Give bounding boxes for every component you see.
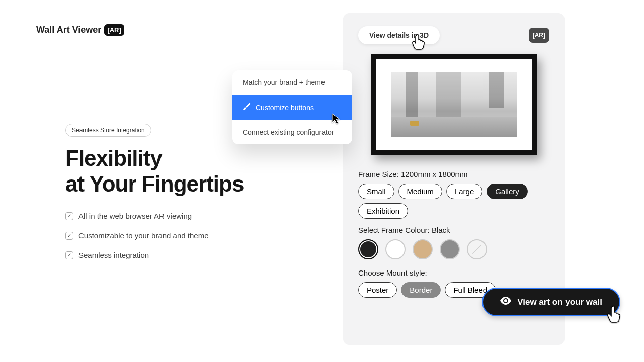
mount-pill-poster[interactable]: Poster [358,282,397,298]
left-content: Seamless Store Integration Flexibility a… [65,124,327,270]
hero-line2: at Your Fingertips [65,171,244,196]
framed-artwork [371,54,537,155]
card-top-row: View details in 3D [AR] [358,26,549,44]
check-icon: ✓ [65,232,73,240]
dropdown-label: Customize buttons [256,104,314,112]
swatch-white[interactable] [385,239,406,259]
size-pill-exhibition[interactable]: Exhibition [358,203,408,219]
brush-icon [243,103,251,112]
frame-colour-row [358,239,549,259]
mount-pill-border[interactable]: Border [401,282,441,298]
feature-item: ✓Seamless integration [65,251,327,259]
swatch-grey[interactable] [440,239,460,259]
size-pill-gallery[interactable]: Gallery [487,184,528,199]
logo-text: Wall Art Viewer [36,25,101,35]
hero-line1: Flexibility [65,146,162,170]
view-on-wall-button[interactable]: View art on your wall [482,288,620,316]
eye-icon [500,297,511,307]
hero-heading: Flexibility at Your Fingertips [65,146,327,197]
feature-item: ✓All in the web browser AR viewing [65,212,327,220]
frame-colour-label: Select Frame Colour: Black [358,226,549,234]
section-tag: Seamless Store Integration [65,124,151,137]
frame-size-row: SmallMediumLargeGalleryExhibition [358,184,549,219]
feature-text: All in the web browser AR viewing [78,212,192,220]
cursor-arrow-icon [331,113,342,127]
customize-dropdown[interactable]: Match your brand + themeCustomize button… [232,70,352,144]
swatch-oak[interactable] [413,239,433,259]
frame-size-label: Frame Size: 1200mm x 1800mm [358,170,549,178]
mount-style-label: Choose Mount style: [358,268,549,277]
logo: Wall Art Viewer [AR] [36,24,124,36]
view-3d-button[interactable]: View details in 3D [358,26,440,44]
check-icon: ✓ [65,251,73,259]
feature-text: Seamless integration [78,251,149,259]
size-pill-large[interactable]: Large [446,184,482,199]
cursor-hand-icon [411,33,426,52]
ar-chip[interactable]: [AR] [529,28,549,43]
swatch-none[interactable] [467,239,487,259]
feature-item: ✓Customizable to your brand and theme [65,231,327,240]
size-pill-small[interactable]: Small [358,184,394,199]
cta-label: View art on your wall [517,297,602,307]
dropdown-item[interactable]: Match your brand + theme [232,70,352,95]
feature-list: ✓All in the web browser AR viewing✓Custo… [65,212,327,259]
feature-text: Customizable to your brand and theme [78,231,208,240]
swatch-black[interactable] [358,239,378,259]
check-icon: ✓ [65,212,73,220]
logo-badge: [AR] [104,24,124,36]
size-pill-medium[interactable]: Medium [398,184,442,199]
cursor-hand-icon [606,305,623,326]
